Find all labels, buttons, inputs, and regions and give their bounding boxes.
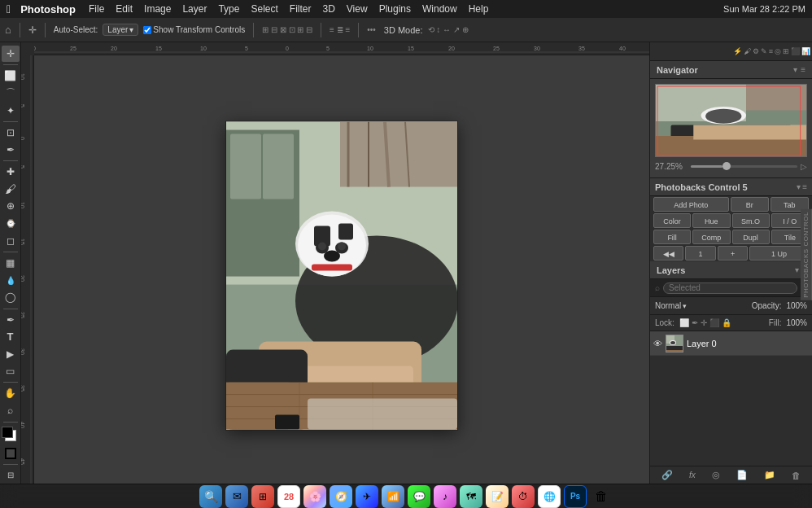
apple-menu[interactable]:  bbox=[7, 2, 11, 15]
dock-finder[interactable]: 🔍 bbox=[199, 485, 222, 508]
eyedropper-tool[interactable]: ✒ bbox=[2, 142, 20, 158]
menu-view[interactable]: View bbox=[347, 3, 368, 15]
adjustment-icon[interactable]: ◎ bbox=[712, 470, 720, 480]
auto-select-dropdown[interactable]: Layer ▾ bbox=[103, 24, 138, 36]
history-tool[interactable]: ⌚ bbox=[2, 216, 20, 232]
lock-all-icon[interactable]: 🔒 bbox=[722, 318, 731, 327]
quick-mask-btn[interactable] bbox=[2, 445, 20, 462]
dock-calendar[interactable]: 28 bbox=[277, 485, 300, 508]
lock-transparent-icon[interactable]: ⬜ bbox=[679, 318, 689, 327]
path-select-tool[interactable]: ▶ bbox=[2, 346, 20, 362]
lasso-tool[interactable]: ⌒ bbox=[2, 85, 20, 101]
folder-icon[interactable]: 📁 bbox=[764, 470, 775, 480]
move-tool[interactable]: ✛ bbox=[2, 46, 20, 62]
menu-file[interactable]: File bbox=[89, 3, 104, 15]
dock-messages[interactable]: 💬 bbox=[408, 485, 430, 508]
fill-btn[interactable]: Fill bbox=[653, 230, 691, 244]
menu-select[interactable]: Select bbox=[251, 3, 277, 15]
lock-artboard-icon[interactable]: ⬛ bbox=[709, 318, 719, 327]
menu-3d[interactable]: 3D bbox=[322, 3, 334, 15]
show-transform-checkbox[interactable] bbox=[143, 26, 151, 34]
blur-tool[interactable]: 💧 bbox=[2, 272, 20, 288]
dock-trash[interactable]: 🗑 bbox=[590, 485, 613, 508]
dupl-btn[interactable]: Dupl bbox=[732, 230, 770, 244]
menu-image[interactable]: Image bbox=[144, 3, 171, 15]
hue-btn[interactable]: Hue bbox=[692, 213, 730, 228]
marquee-tool[interactable]: ⬜ bbox=[2, 68, 20, 84]
menu-window[interactable]: Window bbox=[422, 3, 457, 15]
clone-tool[interactable]: ⊕ bbox=[2, 198, 20, 214]
menu-layer[interactable]: Layer bbox=[182, 3, 207, 15]
new-layer-icon[interactable]: 📄 bbox=[736, 470, 748, 480]
dock-maps[interactable]: 🗺 bbox=[460, 485, 482, 508]
nav-zoom-track[interactable] bbox=[691, 165, 797, 168]
panel-icon-5[interactable]: ≡ bbox=[769, 47, 773, 55]
photobacks-collapse[interactable]: ▾ bbox=[797, 182, 801, 191]
layers-header[interactable]: Layers ▾ ≡ bbox=[650, 261, 812, 279]
color-btn[interactable]: Color bbox=[653, 213, 691, 228]
link-icon[interactable]: 🔗 bbox=[661, 470, 673, 480]
dock-music[interactable]: ♪ bbox=[434, 485, 456, 508]
home-icon[interactable]: ⌂ bbox=[5, 24, 11, 36]
panel-icon-4[interactable]: ✎ bbox=[761, 47, 767, 55]
menu-help[interactable]: Help bbox=[469, 3, 489, 15]
plus-btn[interactable]: + bbox=[718, 246, 748, 261]
sm0-btn[interactable]: Sm.O bbox=[732, 213, 770, 228]
num-btn[interactable]: 1 bbox=[685, 246, 715, 261]
layers-mode-dropdown[interactable]: Normal ▾ bbox=[655, 301, 747, 310]
layer-visibility-icon[interactable]: 👁 bbox=[653, 339, 662, 348]
layers-collapse[interactable]: ▾ bbox=[795, 265, 799, 274]
dock-timing[interactable]: ⏱ bbox=[512, 485, 535, 508]
lock-pixels-icon[interactable]: ✒ bbox=[692, 318, 698, 327]
pen-tool[interactable]: ✒ bbox=[2, 311, 20, 327]
navigator-collapse[interactable]: ▾ bbox=[793, 65, 797, 74]
menu-plugins[interactable]: Plugins bbox=[379, 3, 411, 15]
dock-airmail[interactable]: ✈ bbox=[356, 485, 378, 508]
dock-photoshop[interactable]: Ps bbox=[564, 485, 587, 508]
comp-btn[interactable]: Comp bbox=[692, 230, 730, 244]
canvas-container[interactable] bbox=[226, 122, 457, 430]
menu-edit[interactable]: Edit bbox=[116, 3, 133, 15]
dodge-tool[interactable]: ◯ bbox=[2, 289, 20, 305]
panel-icon-6[interactable]: ◎ bbox=[775, 47, 781, 55]
fg-color-swatch[interactable] bbox=[2, 427, 13, 438]
dock-notes[interactable]: 📝 bbox=[486, 485, 509, 508]
nav-zoom-thumb[interactable] bbox=[723, 162, 731, 170]
dock-safari[interactable]: 🧭 bbox=[330, 485, 352, 508]
gradient-tool[interactable]: ▦ bbox=[2, 255, 20, 271]
layer-row[interactable]: 👁 Layer 0 bbox=[650, 331, 812, 356]
photobacks-menu[interactable]: ≡ bbox=[802, 182, 807, 191]
photobacks-header[interactable]: Photobacks Control 5 ▾ ≡ bbox=[650, 178, 812, 196]
dock-chrome[interactable]: 🌐 bbox=[538, 485, 561, 508]
layers-opacity-value[interactable]: 100% bbox=[786, 301, 807, 310]
dock-wifi[interactable]: 📶 bbox=[382, 485, 404, 508]
type-tool[interactable]: T bbox=[2, 329, 20, 345]
panel-icon-7[interactable]: ⊞ bbox=[783, 47, 789, 55]
dock-launchpad[interactable]: ⊞ bbox=[251, 485, 274, 508]
layer-0-name[interactable]: Layer 0 bbox=[687, 339, 809, 348]
crop-tool[interactable]: ⊡ bbox=[2, 125, 20, 141]
panel-icon-2[interactable]: 🖌 bbox=[744, 47, 751, 55]
navigator-menu[interactable]: ≡ bbox=[801, 65, 805, 74]
panel-icon-1[interactable]: ⚡ bbox=[733, 47, 742, 55]
menu-type[interactable]: Type bbox=[218, 3, 239, 15]
fill-value[interactable]: 100% bbox=[786, 318, 807, 327]
nav-zoom-percent[interactable]: 27.25% bbox=[655, 162, 688, 171]
fx-icon[interactable]: fx bbox=[689, 471, 696, 480]
zoom-tool[interactable]: ⌕ bbox=[2, 402, 20, 418]
eraser-tool[interactable]: ◻ bbox=[2, 233, 20, 249]
screen-mode-btn[interactable]: ⊟ bbox=[2, 467, 20, 484]
menu-filter[interactable]: Filter bbox=[290, 3, 312, 15]
nav-thumbnail[interactable] bbox=[655, 84, 807, 157]
move-icon[interactable]: ✛ bbox=[28, 24, 37, 36]
wand-tool[interactable]: ✦ bbox=[2, 103, 20, 119]
delete-layer-icon[interactable]: 🗑 bbox=[792, 471, 801, 480]
panel-icon-3[interactable]: ⚙ bbox=[753, 47, 759, 55]
br-btn[interactable]: Br bbox=[731, 197, 769, 212]
brush-tool[interactable]: 🖌 bbox=[2, 181, 20, 197]
prev-btn[interactable]: ◀◀ bbox=[653, 246, 683, 261]
dock-photos[interactable]: 🌸 bbox=[303, 485, 326, 508]
add-photo-btn[interactable]: Add Photo bbox=[653, 197, 729, 212]
panel-icon-8[interactable]: ⬛ bbox=[791, 47, 800, 55]
hand-tool[interactable]: ✋ bbox=[2, 385, 20, 401]
